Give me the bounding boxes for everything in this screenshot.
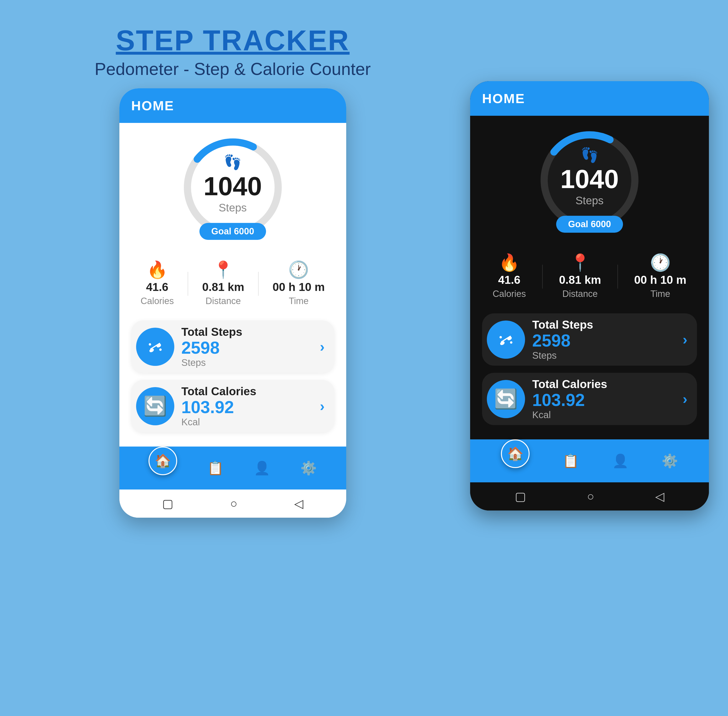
- calories-value-dark: 41.6: [498, 273, 520, 287]
- goal-badge-light: Goal 6000: [199, 223, 266, 240]
- square-btn-light[interactable]: ▢: [162, 497, 173, 511]
- divider2-light: [258, 272, 258, 296]
- time-label-light: Time: [289, 296, 309, 306]
- calories-card-value-dark: 103.92: [532, 391, 675, 410]
- steps-card-title-light: Total Steps: [181, 325, 313, 338]
- steps-card-light[interactable]: Total Steps 2598 Steps ›: [131, 320, 334, 373]
- svg-point-6: [159, 349, 162, 351]
- calories-card-title-dark: Total Calories: [532, 378, 675, 391]
- step-circle-section-dark: 👣 1040 Steps Goal 6000: [470, 116, 709, 240]
- distance-stat-light: 📍 0.81 km Distance: [202, 261, 244, 306]
- footprint-icon-light: 👣: [224, 154, 242, 171]
- back-btn-light[interactable]: ◁: [294, 497, 303, 511]
- clock-icon-light: 🕐: [288, 261, 309, 278]
- phone-header-light: HOME: [119, 88, 346, 123]
- home-label-dark: HOME: [482, 91, 525, 106]
- calories-value-light: 41.6: [146, 281, 168, 294]
- steps-card-value-dark: 2598: [532, 331, 675, 350]
- nav-list-light[interactable]: 📋: [207, 460, 224, 476]
- app-title-block: STEP TRACKER Pedometer - Step & Calorie …: [94, 24, 371, 79]
- calories-icon-circle-light: 🔄: [136, 387, 174, 425]
- step-label-dark: Steps: [575, 194, 603, 207]
- stats-row-light: 🔥 41.6 Calories 📍 0.81 km Distance 🕐 00 …: [119, 247, 346, 316]
- calories-chevron-light[interactable]: ›: [320, 398, 325, 414]
- calories-card-value-light: 103.92: [181, 398, 313, 417]
- steps-card-content-light: Total Steps 2598 Steps: [181, 325, 313, 368]
- calories-card-unit-light: Kcal: [181, 417, 313, 428]
- step-circle-light: 👣 1040 Steps Goal 6000: [182, 137, 283, 237]
- cards-section-dark: Total Steps 2598 Steps › 🔄 Total Calorie…: [470, 309, 709, 439]
- distance-label-dark: Distance: [562, 289, 597, 299]
- steps-chevron-dark[interactable]: ›: [682, 331, 687, 348]
- app-title: STEP TRACKER: [94, 24, 371, 57]
- cards-section-light: Total Steps 2598 Steps › 🔄 Total Calorie…: [119, 316, 346, 446]
- calories-card-content-light: Total Calories 103.92 Kcal: [181, 385, 313, 428]
- clock-icon-dark: 🕐: [650, 254, 671, 271]
- calories-stat-dark: 🔥 41.6 Calories: [492, 254, 526, 299]
- divider2-dark: [617, 265, 618, 288]
- steps-card-dark[interactable]: Total Steps 2598 Steps ›: [482, 313, 697, 366]
- time-label-dark: Time: [650, 289, 670, 299]
- divider1-dark: [542, 265, 543, 288]
- phone-dark: HOME 👣 1040 Steps Goal 6000 🔥 41.: [470, 81, 709, 511]
- goal-badge-dark: Goal 6000: [556, 216, 623, 233]
- steps-card-unit-light: Steps: [181, 357, 313, 368]
- step-circle-section-light: 👣 1040 Steps Goal 6000: [119, 123, 346, 247]
- nav-home-dark[interactable]: 🏠: [501, 439, 530, 468]
- steps-icon-circle-dark: [487, 320, 525, 359]
- pin-icon-dark: 📍: [570, 254, 590, 271]
- steps-icon-circle-light: [136, 328, 174, 366]
- nav-list-dark[interactable]: 📋: [562, 453, 579, 469]
- calories-label-dark: Calories: [492, 289, 526, 299]
- calories-icon-circle-dark: 🔄: [487, 380, 525, 418]
- step-count-light: 1040: [204, 173, 262, 199]
- pin-icon-light: 📍: [213, 261, 234, 278]
- phone-header-dark: HOME: [470, 81, 709, 116]
- svg-point-5: [149, 343, 151, 346]
- calories-chevron-dark[interactable]: ›: [682, 391, 687, 407]
- nav-profile-light[interactable]: 👤: [254, 460, 270, 476]
- app-subtitle: Pedometer - Step & Calorie Counter: [94, 59, 371, 79]
- steps-chevron-light[interactable]: ›: [320, 338, 325, 355]
- svg-point-13: [510, 341, 512, 344]
- divider1-light: [188, 272, 188, 296]
- bottom-nav-dark: 🏠 📋 👤 ⚙️: [470, 439, 709, 482]
- circle-btn-dark[interactable]: ○: [587, 490, 594, 504]
- steps-card-unit-dark: Steps: [532, 350, 675, 361]
- nav-home-light[interactable]: 🏠: [149, 446, 177, 475]
- back-btn-dark[interactable]: ◁: [655, 490, 664, 504]
- time-value-light: 00 h 10 m: [273, 281, 325, 294]
- square-btn-dark[interactable]: ▢: [515, 490, 526, 504]
- steps-card-content-dark: Total Steps 2598 Steps: [532, 318, 675, 361]
- nav-settings-dark[interactable]: ⚙️: [662, 453, 678, 469]
- calories-card-dark[interactable]: 🔄 Total Calories 103.92 Kcal ›: [482, 373, 697, 425]
- distance-stat-dark: 📍 0.81 km Distance: [559, 254, 601, 299]
- right-section: HOME 👣 1040 Steps Goal 6000 🔥 41.: [470, 14, 709, 511]
- bottom-nav-light: 🏠 📋 👤 ⚙️: [119, 446, 346, 490]
- distance-value-light: 0.81 km: [202, 281, 244, 294]
- circle-inner-light: 👣 1040 Steps: [204, 154, 262, 214]
- time-stat-light: 🕐 00 h 10 m Time: [273, 261, 325, 306]
- left-section: STEP TRACKER Pedometer - Step & Calorie …: [19, 14, 446, 518]
- phone-light: HOME 👣 1040 Steps Goal 6000: [119, 88, 346, 518]
- step-circle-dark: 👣 1040 Steps Goal 6000: [540, 130, 640, 230]
- home-label-light: HOME: [131, 98, 174, 113]
- nav-profile-dark[interactable]: 👤: [612, 453, 629, 469]
- steps-card-value-light: 2598: [181, 338, 313, 357]
- distance-value-dark: 0.81 km: [559, 273, 601, 287]
- circle-inner-dark: 👣 1040 Steps: [560, 147, 619, 207]
- fire-icon-dark: 🔥: [499, 254, 520, 271]
- svg-point-12: [500, 336, 502, 338]
- calories-card-light[interactable]: 🔄 Total Calories 103.92 Kcal ›: [131, 380, 334, 432]
- system-bar-dark: ▢ ○ ◁: [470, 482, 709, 511]
- circle-btn-light[interactable]: ○: [230, 497, 237, 511]
- calories-card-content-dark: Total Calories 103.92 Kcal: [532, 378, 675, 420]
- calories-stat-light: 🔥 41.6 Calories: [141, 261, 174, 306]
- calories-card-title-light: Total Calories: [181, 385, 313, 398]
- footprint-icon-dark: 👣: [581, 147, 599, 164]
- step-label-light: Steps: [219, 201, 247, 214]
- fire-icon-light: 🔥: [147, 261, 168, 278]
- distance-label-light: Distance: [205, 296, 241, 306]
- time-stat-dark: 🕐 00 h 10 m Time: [634, 254, 687, 299]
- nav-settings-light[interactable]: ⚙️: [300, 460, 317, 476]
